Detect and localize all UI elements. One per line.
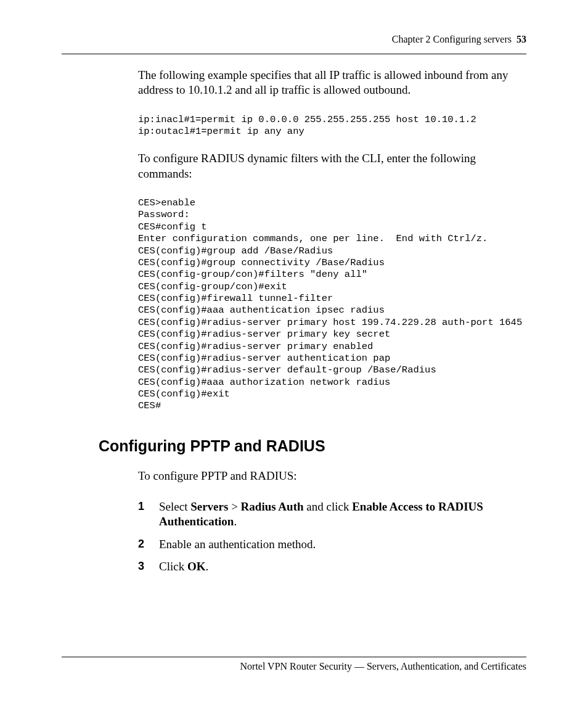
step-text: Click OK. (159, 559, 526, 574)
ui-radius-auth: Radius Auth (241, 500, 304, 513)
ui-servers: Servers (190, 500, 228, 513)
page-footer: Nortel VPN Router Security — Servers, Au… (62, 657, 526, 672)
footer-text: Nortel VPN Router Security — Servers, Au… (62, 661, 526, 672)
page: Chapter 2 Configuring servers 53 The fol… (0, 0, 588, 706)
step-2: 2 Enable an authentication method. (138, 537, 526, 552)
section-intro: To configure PPTP and RADIUS: (138, 469, 526, 483)
running-head: Chapter 2 Configuring servers 53 (62, 34, 526, 45)
header-rule (62, 54, 526, 54)
step-3: 3 Click OK. (138, 559, 526, 574)
step-list: 1 Select Servers > Radius Auth and click… (138, 499, 526, 574)
section-heading: Configuring PPTP and RADIUS (99, 437, 526, 455)
body-column: The following example specifies that all… (138, 68, 526, 413)
footer-rule (62, 657, 526, 657)
code-block-acl: ip:inacl#1=permit ip 0.0.0.0 255.255.255… (138, 114, 526, 138)
code-block-cli: CES>enable Password: CES#config t Enter … (138, 197, 526, 413)
chapter-label: Chapter 2 Configuring servers (392, 34, 512, 44)
step-text: Select Servers > Radius Auth and click E… (159, 499, 526, 530)
ui-ok: OK (187, 560, 206, 573)
step-1: 1 Select Servers > Radius Auth and click… (138, 499, 526, 530)
step-number: 3 (138, 559, 159, 574)
body-column-2: To configure PPTP and RADIUS: 1 Select S… (138, 469, 526, 575)
page-number: 53 (517, 34, 526, 44)
step-text: Enable an authentication method. (159, 537, 526, 552)
step-number: 1 (138, 499, 159, 530)
intro-paragraph-2: To configure RADIUS dynamic filters with… (138, 151, 526, 181)
step-number: 2 (138, 537, 159, 552)
intro-paragraph-1: The following example specifies that all… (138, 68, 526, 98)
